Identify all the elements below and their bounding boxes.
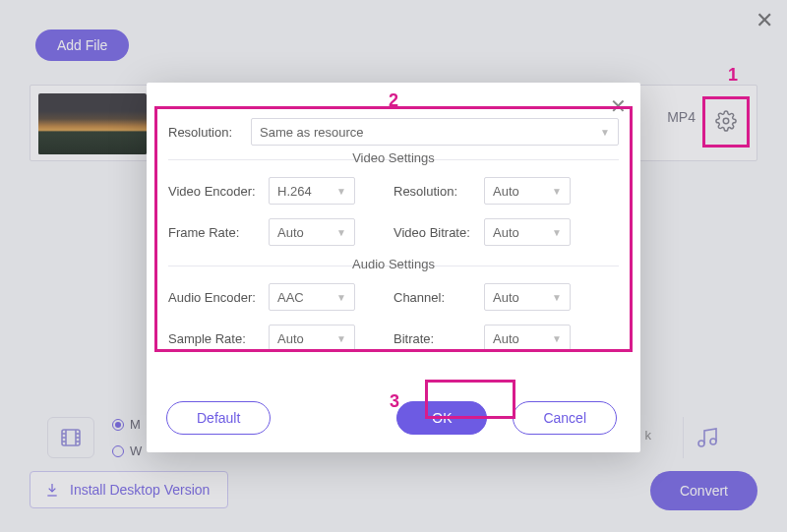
radio-label: W	[130, 443, 142, 458]
audio-encoder-select[interactable]: AAC▼	[269, 283, 355, 311]
radio-on-icon	[112, 419, 124, 431]
callout-number-1: 1	[728, 65, 738, 86]
radio-option-2[interactable]: W	[112, 443, 142, 458]
channel-label: Channel:	[394, 290, 478, 305]
callout-number-2: 2	[389, 90, 398, 111]
frame-rate-select[interactable]: Auto▼	[269, 218, 355, 246]
video-bitrate-label: Video Bitrate:	[394, 225, 478, 240]
default-button[interactable]: Default	[166, 401, 271, 435]
radio-option-1[interactable]: M	[112, 417, 142, 432]
chevron-down-icon: ▼	[552, 186, 562, 197]
select-value: Auto	[277, 331, 304, 346]
video-bitrate-select[interactable]: Auto▼	[484, 218, 571, 246]
ok-button[interactable]: OK	[396, 401, 487, 435]
window-close-icon[interactable]: ✕	[756, 8, 773, 33]
select-value: Same as resource	[260, 125, 364, 140]
audio-mode-button[interactable]	[683, 417, 730, 458]
cancel-button[interactable]: Cancel	[513, 401, 617, 435]
chevron-down-icon: ▼	[600, 127, 610, 138]
film-icon	[59, 426, 83, 449]
add-file-button[interactable]: Add File	[35, 30, 129, 61]
audio-encoder-label: Audio Encoder:	[168, 290, 263, 305]
chevron-down-icon: ▼	[552, 292, 562, 303]
resolution-label: Resolution:	[394, 184, 478, 199]
download-icon	[44, 482, 60, 498]
radio-off-icon	[112, 445, 124, 457]
video-encoder-label: Video Encoder:	[168, 184, 263, 199]
frame-rate-label: Frame Rate:	[168, 225, 263, 240]
chevron-down-icon: ▼	[336, 227, 346, 238]
partial-text: k	[645, 428, 652, 443]
video-encoder-select[interactable]: H.264▼	[269, 177, 355, 205]
sample-rate-select[interactable]: Auto▼	[269, 325, 355, 352]
audio-bitrate-select[interactable]: Auto▼	[484, 325, 571, 352]
select-value: Auto	[493, 331, 519, 346]
top-resolution-label: Resolution:	[168, 125, 245, 140]
chevron-down-icon: ▼	[336, 333, 346, 344]
select-value: Auto	[493, 290, 519, 305]
chevron-down-icon: ▼	[336, 292, 346, 303]
install-desktop-button[interactable]: Install Desktop Version	[30, 471, 228, 508]
chevron-down-icon: ▼	[552, 333, 562, 344]
chevron-down-icon: ▼	[336, 186, 346, 197]
top-resolution-select[interactable]: Same as resource ▼	[251, 118, 619, 146]
video-thumbnail	[38, 93, 147, 154]
resolution-select[interactable]: Auto▼	[484, 177, 571, 205]
dialog-close-button[interactable]: ✕	[610, 94, 627, 118]
video-settings-title: Video Settings	[168, 150, 619, 165]
callout-number-3: 3	[390, 391, 399, 412]
select-value: AAC	[277, 290, 304, 305]
install-label: Install Desktop Version	[70, 482, 210, 498]
format-label: MP4	[667, 109, 696, 125]
music-icon	[696, 426, 719, 449]
select-value: Auto	[277, 225, 304, 240]
select-value: Auto	[493, 225, 519, 240]
select-value: H.264	[277, 184, 312, 199]
svg-point-10	[698, 441, 704, 446]
channel-select[interactable]: Auto▼	[484, 283, 571, 311]
sample-rate-label: Sample Rate:	[168, 331, 263, 346]
select-value: Auto	[493, 184, 519, 199]
audio-bitrate-label: Bitrate:	[394, 331, 478, 346]
convert-button[interactable]: Convert	[650, 471, 757, 510]
radio-label: M	[130, 417, 141, 432]
svg-point-11	[710, 439, 716, 444]
highlight-marker-1	[702, 96, 750, 148]
video-mode-button[interactable]	[47, 417, 94, 458]
chevron-down-icon: ▼	[552, 227, 562, 238]
